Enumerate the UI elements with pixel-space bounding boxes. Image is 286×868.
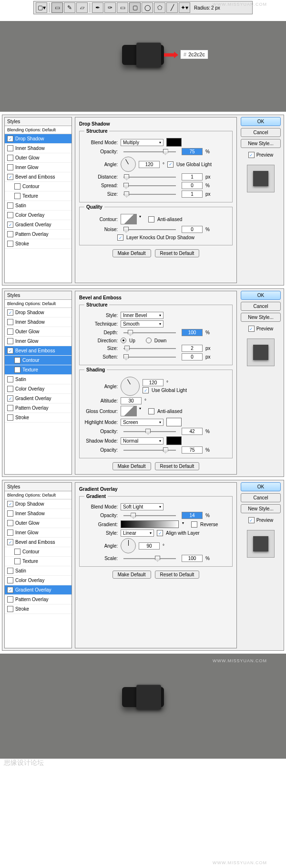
style-pattern-overlay[interactable]: Pattern Overlay (5, 230, 72, 239)
style-gradient-overlay[interactable]: Gradient Overlay (5, 394, 72, 403)
scale-slider[interactable] (123, 558, 176, 559)
style-texture[interactable]: Texture (5, 191, 72, 201)
style-color-overlay[interactable]: Color Overlay (5, 211, 72, 220)
checkbox[interactable] (7, 338, 13, 344)
checkbox[interactable] (7, 376, 13, 382)
angle-dial[interactable] (121, 157, 136, 172)
make-default-button[interactable]: Make Default (112, 249, 151, 257)
new-style-button[interactable]: New Style... (241, 313, 281, 322)
scale-input[interactable]: 100 (182, 555, 203, 562)
checkbox[interactable] (7, 510, 13, 517)
checkbox[interactable] (7, 386, 13, 392)
shadow-opacity-slider[interactable] (123, 450, 176, 451)
antialias-checkbox[interactable] (148, 408, 154, 414)
style-inner-glow[interactable]: Inner Glow (5, 163, 72, 172)
style-bevel[interactable]: Bevel and Emboss (5, 172, 72, 182)
altitude-input[interactable]: 30 (121, 397, 142, 404)
direction-down-radio[interactable] (146, 338, 152, 343)
new-style-button[interactable]: New Style... (241, 139, 281, 148)
shadow-opacity-input[interactable]: 75 (182, 446, 203, 454)
soften-input[interactable]: 0 (182, 353, 203, 360)
technique-select[interactable]: Smooth (121, 320, 163, 328)
highlight-opacity-input[interactable]: 42 (182, 428, 203, 435)
checkbox[interactable] (7, 212, 13, 218)
checkbox[interactable] (7, 606, 13, 612)
knockout-checkbox[interactable] (117, 234, 123, 241)
checkbox[interactable] (7, 596, 13, 603)
distance-input[interactable]: 1 (182, 173, 203, 180)
checkbox[interactable] (7, 568, 13, 574)
align-checkbox[interactable] (157, 530, 163, 536)
blending-options[interactable]: Blending Options: Default (5, 126, 72, 134)
style-pattern-overlay[interactable]: Pattern Overlay (5, 595, 72, 604)
style-bevel[interactable]: Bevel and Emboss (5, 538, 72, 547)
spread-input[interactable]: 0 (182, 182, 203, 189)
preview-checkbox[interactable] (248, 517, 255, 523)
antialias-checkbox[interactable] (148, 216, 154, 222)
tool-ellipse[interactable]: ◯ (142, 2, 153, 13)
reset-default-button[interactable]: Reset to Default (155, 571, 200, 579)
style-outer-glow[interactable]: Outer Glow (5, 327, 72, 337)
checkbox[interactable] (7, 529, 13, 536)
checkbox[interactable] (7, 145, 13, 151)
style-outer-glow[interactable]: Outer Glow (5, 153, 72, 163)
opacity-input[interactable]: 75 (182, 148, 203, 155)
blending-options[interactable]: Blending Options: Default (5, 300, 72, 308)
make-default-button[interactable]: Make Default (112, 462, 151, 470)
angle-dial[interactable] (121, 538, 136, 553)
checkbox[interactable] (7, 414, 13, 421)
opacity-slider[interactable] (123, 151, 176, 152)
shadow-color[interactable] (166, 436, 182, 445)
checkbox[interactable] (7, 587, 13, 593)
checkbox[interactable] (7, 222, 13, 228)
gloss-contour[interactable] (121, 406, 137, 416)
angle-dial[interactable] (121, 377, 140, 396)
tool-pen[interactable]: ✒ (92, 2, 103, 13)
checkbox[interactable] (7, 348, 13, 354)
tool-polygon[interactable]: ⬠ (154, 2, 165, 13)
ok-button[interactable]: OK (241, 117, 281, 126)
style-select[interactable]: Inner Bevel (121, 312, 163, 319)
style-stroke[interactable]: Stroke (5, 413, 72, 423)
style-pattern-overlay[interactable]: Pattern Overlay (5, 403, 72, 413)
style-contour[interactable]: Contour (5, 182, 72, 191)
color-swatch[interactable]: #2c2c2c (180, 50, 208, 59)
tool-rounded-rect[interactable]: ▢ (129, 2, 141, 13)
contour-picker[interactable] (121, 214, 137, 224)
style-satin[interactable]: Satin (5, 201, 72, 211)
checkbox[interactable] (14, 549, 20, 555)
checkbox[interactable] (7, 328, 13, 335)
reset-default-button[interactable]: Reset to Default (155, 249, 200, 257)
shadow-mode-select[interactable]: Normal (121, 437, 163, 445)
checkbox[interactable] (7, 202, 13, 209)
checkbox[interactable] (7, 231, 13, 237)
style-contour[interactable]: Contour (5, 356, 72, 365)
checkbox[interactable] (7, 539, 13, 545)
cancel-button[interactable]: Cancel (241, 302, 281, 311)
reverse-checkbox[interactable] (191, 521, 197, 528)
spread-slider[interactable] (123, 185, 176, 186)
preview-checkbox[interactable] (248, 326, 255, 332)
style-outer-glow[interactable]: Outer Glow (5, 519, 72, 528)
tool-freeform[interactable]: ✑ (104, 2, 116, 13)
noise-slider[interactable] (123, 229, 176, 230)
color-picker[interactable] (166, 138, 182, 147)
angle-input[interactable]: 120 (139, 161, 160, 168)
make-default-button[interactable]: Make Default (112, 571, 151, 579)
shape-preset[interactable]: ▢▾ (36, 2, 47, 13)
size-slider[interactable] (123, 194, 176, 195)
checkbox[interactable] (7, 395, 13, 402)
tool-rectangle[interactable]: ▭ (117, 2, 128, 13)
distance-slider[interactable] (123, 177, 176, 178)
opacity-input[interactable]: 14 (182, 512, 203, 519)
tool-line[interactable]: ╱ (166, 2, 178, 13)
reset-default-button[interactable]: Reset to Default (155, 462, 200, 470)
blend-mode-select[interactable]: Multiply (121, 139, 163, 146)
ok-button[interactable]: OK (241, 482, 281, 491)
depth-slider[interactable] (123, 332, 176, 333)
direction-up-radio[interactable] (121, 338, 126, 343)
style-gradient-overlay[interactable]: Gradient Overlay (5, 220, 72, 230)
checkbox[interactable] (14, 357, 20, 363)
size-input[interactable]: 1 (182, 191, 203, 198)
style-color-overlay[interactable]: Color Overlay (5, 384, 72, 394)
